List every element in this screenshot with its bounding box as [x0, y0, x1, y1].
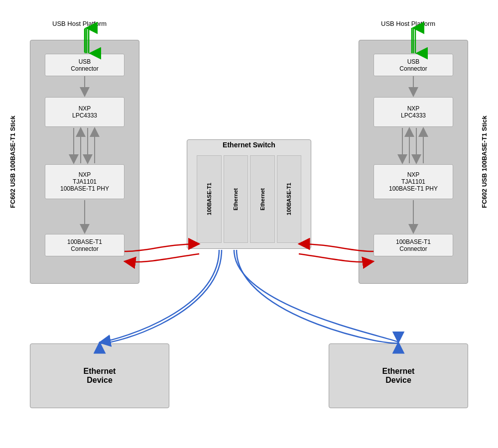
port-100base-t1-left: 100BASE-T1 [197, 155, 222, 243]
usb-host-label-left: USB Host Platform [52, 20, 107, 27]
lpc-left: NXP LPC4333 [45, 97, 124, 127]
diagram-container: USB Host Platform USB Host Platform FC60… [0, 0, 498, 448]
eth-device-right: Ethernet Device [329, 343, 468, 408]
tja-left: NXP TJA1101 100BASE-T1 PHY [45, 164, 124, 199]
switch-ports: 100BASE-T1 Ethernet Ethernet 100BASE-T1 [196, 154, 302, 244]
usb-connector-right: USB Connector [374, 54, 453, 76]
stick-label-right: FC602 USB 100BASE-T1 Stick [481, 40, 488, 284]
lpc-right: NXP LPC4333 [374, 97, 453, 127]
eth-device-left: Ethernet Device [30, 343, 169, 408]
stick-label-left: FC602 USB 100BASE-T1 Stick [9, 40, 16, 284]
t1-connector-left: 100BASE-T1 Connector [45, 234, 124, 256]
port-ethernet-left: Ethernet [224, 155, 249, 243]
tja-right: NXP TJA1101 100BASE-T1 PHY [374, 164, 453, 199]
port-100base-t1-right: 100BASE-T1 [277, 155, 302, 243]
usb-connector-left: USB Connector [45, 54, 124, 76]
port-ethernet-right: Ethernet [250, 155, 275, 243]
switch-label: Ethernet Switch [187, 141, 311, 149]
t1-connector-right: 100BASE-T1 Connector [374, 234, 453, 256]
usb-host-label-right: USB Host Platform [381, 20, 435, 27]
